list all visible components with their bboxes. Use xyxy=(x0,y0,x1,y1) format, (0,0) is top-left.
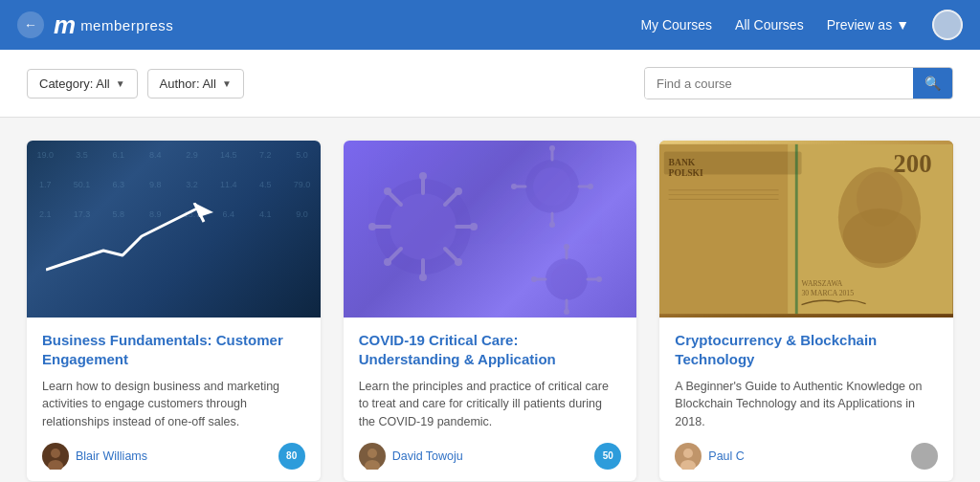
svg-point-32 xyxy=(588,184,593,189)
course-body-business: Business Fundamentals: Customer Engageme… xyxy=(27,318,321,481)
avatar-circle xyxy=(932,10,963,40)
search-icon: 🔍 xyxy=(924,76,941,91)
category-chevron-icon: ▼ xyxy=(116,78,125,89)
svg-point-24 xyxy=(533,167,571,206)
svg-point-42 xyxy=(596,276,602,282)
course-title-covid[interactable]: COVID-19 Critical Care: Understanding & … xyxy=(359,331,622,370)
finance-chart-icon xyxy=(46,203,237,289)
author-filter[interactable]: Author: All ▼ xyxy=(147,69,244,99)
author-avatar-crypto xyxy=(675,443,702,470)
svg-point-20 xyxy=(384,258,391,266)
svg-text:WARSZAWA: WARSZAWA xyxy=(802,279,843,288)
lesson-count-business: 80 xyxy=(278,443,305,470)
course-body-covid: COVID-19 Critical Care: Understanding & … xyxy=(344,318,637,481)
author-avatar-business xyxy=(42,443,69,470)
author-wrap-covid: David Towoju xyxy=(359,443,463,470)
svg-point-55 xyxy=(843,208,917,263)
course-desc-covid: Learn the principles and practice of cri… xyxy=(359,378,622,431)
author-label: Author: All xyxy=(160,77,216,91)
author-name-business[interactable]: Blair Williams xyxy=(76,449,147,463)
course-grid: 19.0 3.5 6.1 8.4 2.9 14.5 7.2 5.0 1.7 50… xyxy=(0,118,980,482)
course-body-crypto: Cryptocurrency & Blockchain Technology A… xyxy=(659,318,953,481)
svg-text:BANK: BANK xyxy=(669,157,696,167)
svg-point-38 xyxy=(564,309,569,315)
crypto-thumbnail: BANK POLSKI 200 WARSZAWA xyxy=(659,141,953,318)
author-wrap-crypto: Paul C xyxy=(675,443,745,470)
svg-rect-61 xyxy=(795,144,798,314)
author-name-crypto[interactable]: Paul C xyxy=(708,449,745,463)
all-courses-link[interactable]: All Courses xyxy=(735,17,804,33)
header-nav: My Courses All Courses Preview as ▼ xyxy=(640,10,963,40)
filters-left: Category: All ▼ Author: All ▼ xyxy=(27,69,244,99)
category-label: Category: All xyxy=(39,77,110,91)
virus-icon xyxy=(346,141,634,318)
svg-point-14 xyxy=(470,223,478,230)
user-avatar[interactable] xyxy=(932,10,963,40)
course-thumb-business: 19.0 3.5 6.1 8.4 2.9 14.5 7.2 5.0 1.7 50… xyxy=(27,141,321,318)
search-bar: 🔍 xyxy=(644,67,953,99)
course-thumb-crypto: BANK POLSKI 200 WARSZAWA xyxy=(659,141,953,318)
svg-point-44 xyxy=(368,449,377,458)
svg-point-34 xyxy=(551,264,582,295)
course-desc-crypto: A Beginner's Guide to Authentic Knowledg… xyxy=(675,378,938,431)
author-wrap-business: Blair Williams xyxy=(42,443,147,470)
back-button[interactable]: ← xyxy=(17,11,44,38)
svg-point-30 xyxy=(511,184,517,189)
course-footer-crypto: Paul C xyxy=(675,443,938,470)
course-footer-business: Blair Williams 80 xyxy=(42,443,305,470)
svg-point-18 xyxy=(455,187,462,195)
top-header: ← m memberpress My Courses All Courses P… xyxy=(0,0,980,50)
course-title-business[interactable]: Business Fundamentals: Customer Engageme… xyxy=(42,331,305,370)
filters-bar: Category: All ▼ Author: All ▼ 🔍 xyxy=(0,50,980,118)
preview-as-label: Preview as xyxy=(827,17,892,33)
crypto-bg: BANK POLSKI 200 WARSZAWA xyxy=(659,141,953,318)
course-card-crypto: BANK POLSKI 200 WARSZAWA xyxy=(659,141,953,481)
svg-text:30 MARCA 2015: 30 MARCA 2015 xyxy=(802,289,855,297)
svg-point-63 xyxy=(683,449,693,458)
svg-point-8 xyxy=(419,172,427,180)
svg-point-28 xyxy=(549,222,555,228)
preview-as-chevron-icon: ▼ xyxy=(896,17,909,33)
svg-point-26 xyxy=(549,145,555,151)
category-filter[interactable]: Category: All ▼ xyxy=(27,69,138,99)
course-card-covid: COVID-19 Critical Care: Understanding & … xyxy=(344,141,637,481)
svg-point-10 xyxy=(419,274,427,281)
svg-point-16 xyxy=(384,187,391,195)
course-title-crypto[interactable]: Cryptocurrency & Blockchain Technology xyxy=(675,331,938,370)
preview-as-dropdown[interactable]: Preview as ▼ xyxy=(827,17,909,33)
svg-text:POLSKI: POLSKI xyxy=(669,167,703,178)
course-card-business: 19.0 3.5 6.1 8.4 2.9 14.5 7.2 5.0 1.7 50… xyxy=(27,141,321,481)
my-courses-link[interactable]: My Courses xyxy=(640,17,712,33)
banknote-icon: BANK POLSKI 200 WARSZAWA xyxy=(659,141,953,318)
search-input[interactable] xyxy=(645,69,913,99)
logo-text: memberpress xyxy=(80,17,173,33)
header-left: ← m memberpress xyxy=(17,11,173,40)
lesson-count-covid: 50 xyxy=(594,443,621,470)
svg-point-12 xyxy=(368,223,376,230)
author-chevron-icon: ▼ xyxy=(222,78,232,89)
covid-thumbnail xyxy=(344,141,637,318)
course-footer-covid: David Towoju 50 xyxy=(359,443,622,470)
search-button[interactable]: 🔍 xyxy=(913,68,952,99)
svg-point-22 xyxy=(455,258,462,266)
author-avatar-covid xyxy=(359,443,386,470)
svg-point-36 xyxy=(564,244,569,250)
logo: m memberpress xyxy=(54,11,173,40)
svg-point-3 xyxy=(51,449,60,458)
course-desc-business: Learn how to design business and marketi… xyxy=(42,378,305,431)
lesson-count-crypto xyxy=(911,443,938,470)
finance-thumbnail: 19.0 3.5 6.1 8.4 2.9 14.5 7.2 5.0 1.7 50… xyxy=(27,141,321,318)
svg-point-40 xyxy=(531,276,537,282)
author-name-covid[interactable]: David Towoju xyxy=(392,449,463,463)
logo-m-icon: m xyxy=(54,11,75,40)
course-thumb-covid xyxy=(344,141,637,318)
